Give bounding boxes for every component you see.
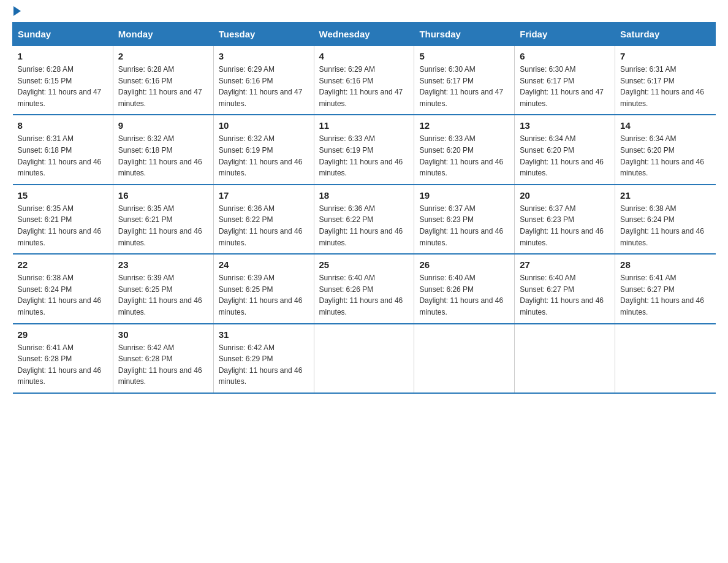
day-info: Sunrise: 6:33 AMSunset: 6:19 PMDaylight:…	[319, 133, 409, 178]
day-info: Sunrise: 6:37 AMSunset: 6:23 PMDaylight:…	[419, 203, 509, 248]
day-info: Sunrise: 6:29 AMSunset: 6:16 PMDaylight:…	[319, 64, 409, 109]
day-cell: 15 Sunrise: 6:35 AMSunset: 6:21 PMDaylig…	[13, 185, 113, 254]
day-info: Sunrise: 6:36 AMSunset: 6:22 PMDaylight:…	[319, 203, 409, 248]
day-cell: 5 Sunrise: 6:30 AMSunset: 6:17 PMDayligh…	[414, 46, 515, 115]
day-cell: 30 Sunrise: 6:42 AMSunset: 6:28 PMDaylig…	[113, 324, 213, 393]
header-thursday: Thursday	[414, 23, 515, 46]
day-number: 27	[520, 259, 610, 270]
day-info: Sunrise: 6:40 AMSunset: 6:26 PMDaylight:…	[419, 272, 509, 318]
day-info: Sunrise: 6:30 AMSunset: 6:17 PMDaylight:…	[419, 64, 509, 109]
day-info: Sunrise: 6:35 AMSunset: 6:21 PMDaylight:…	[18, 203, 108, 248]
day-number: 26	[419, 259, 509, 270]
day-number: 18	[319, 190, 409, 201]
day-number: 17	[219, 190, 309, 201]
day-number: 31	[219, 329, 309, 340]
day-number: 10	[219, 120, 309, 131]
page-header	[12, 12, 716, 16]
header-sunday: Sunday	[13, 23, 113, 46]
day-cell: 8 Sunrise: 6:31 AMSunset: 6:18 PMDayligh…	[13, 115, 113, 184]
day-info: Sunrise: 6:37 AMSunset: 6:23 PMDaylight:…	[520, 203, 610, 248]
day-info: Sunrise: 6:42 AMSunset: 6:28 PMDaylight:…	[118, 342, 208, 388]
day-number: 5	[419, 51, 509, 61]
day-cell: 22 Sunrise: 6:38 AMSunset: 6:24 PMDaylig…	[13, 254, 113, 323]
day-number: 24	[219, 259, 309, 270]
day-info: Sunrise: 6:38 AMSunset: 6:24 PMDaylight:…	[18, 272, 108, 318]
day-cell: 18 Sunrise: 6:36 AMSunset: 6:22 PMDaylig…	[314, 185, 414, 254]
day-number: 16	[118, 190, 208, 201]
day-number: 13	[520, 120, 610, 131]
week-row-4: 22 Sunrise: 6:38 AMSunset: 6:24 PMDaylig…	[13, 254, 716, 323]
day-cell	[515, 324, 615, 393]
day-info: Sunrise: 6:36 AMSunset: 6:22 PMDaylight:…	[219, 203, 309, 248]
logo	[12, 12, 21, 16]
day-info: Sunrise: 6:40 AMSunset: 6:26 PMDaylight:…	[319, 272, 409, 318]
day-number: 12	[419, 120, 509, 131]
day-number: 22	[18, 259, 108, 270]
day-cell: 10 Sunrise: 6:32 AMSunset: 6:19 PMDaylig…	[213, 115, 314, 184]
logo-arrow-icon	[13, 6, 21, 16]
day-cell: 17 Sunrise: 6:36 AMSunset: 6:22 PMDaylig…	[213, 185, 314, 254]
day-info: Sunrise: 6:32 AMSunset: 6:19 PMDaylight:…	[219, 133, 309, 178]
day-number: 14	[620, 120, 710, 131]
header-wednesday: Wednesday	[314, 23, 414, 46]
day-info: Sunrise: 6:42 AMSunset: 6:29 PMDaylight:…	[219, 342, 309, 388]
day-cell	[414, 324, 515, 393]
day-number: 11	[319, 120, 409, 131]
day-number: 7	[620, 51, 710, 61]
calendar-header-row: SundayMondayTuesdayWednesdayThursdayFrid…	[13, 23, 716, 46]
day-info: Sunrise: 6:38 AMSunset: 6:24 PMDaylight:…	[620, 203, 710, 248]
day-info: Sunrise: 6:29 AMSunset: 6:16 PMDaylight:…	[219, 64, 309, 109]
header-tuesday: Tuesday	[213, 23, 314, 46]
day-info: Sunrise: 6:39 AMSunset: 6:25 PMDaylight:…	[219, 272, 309, 318]
day-info: Sunrise: 6:34 AMSunset: 6:20 PMDaylight:…	[520, 133, 610, 178]
day-number: 30	[118, 329, 208, 340]
day-cell: 13 Sunrise: 6:34 AMSunset: 6:20 PMDaylig…	[515, 115, 615, 184]
day-cell: 12 Sunrise: 6:33 AMSunset: 6:20 PMDaylig…	[414, 115, 515, 184]
day-number: 25	[319, 259, 409, 270]
day-cell: 4 Sunrise: 6:29 AMSunset: 6:16 PMDayligh…	[314, 46, 414, 115]
week-row-1: 1 Sunrise: 6:28 AMSunset: 6:15 PMDayligh…	[13, 46, 716, 115]
day-cell: 2 Sunrise: 6:28 AMSunset: 6:16 PMDayligh…	[113, 46, 213, 115]
day-cell: 29 Sunrise: 6:41 AMSunset: 6:28 PMDaylig…	[13, 324, 113, 393]
day-info: Sunrise: 6:33 AMSunset: 6:20 PMDaylight:…	[419, 133, 509, 178]
day-info: Sunrise: 6:31 AMSunset: 6:17 PMDaylight:…	[620, 64, 710, 109]
day-info: Sunrise: 6:30 AMSunset: 6:17 PMDaylight:…	[520, 64, 610, 109]
day-info: Sunrise: 6:41 AMSunset: 6:27 PMDaylight:…	[620, 272, 710, 318]
calendar-table: SundayMondayTuesdayWednesdayThursdayFrid…	[12, 22, 716, 394]
day-cell: 23 Sunrise: 6:39 AMSunset: 6:25 PMDaylig…	[113, 254, 213, 323]
day-number: 9	[118, 120, 208, 131]
day-cell: 31 Sunrise: 6:42 AMSunset: 6:29 PMDaylig…	[213, 324, 314, 393]
week-row-2: 8 Sunrise: 6:31 AMSunset: 6:18 PMDayligh…	[13, 115, 716, 184]
day-info: Sunrise: 6:35 AMSunset: 6:21 PMDaylight:…	[118, 203, 208, 248]
day-number: 29	[18, 329, 108, 340]
day-cell: 26 Sunrise: 6:40 AMSunset: 6:26 PMDaylig…	[414, 254, 515, 323]
day-cell	[615, 324, 716, 393]
day-cell: 28 Sunrise: 6:41 AMSunset: 6:27 PMDaylig…	[615, 254, 716, 323]
day-cell: 21 Sunrise: 6:38 AMSunset: 6:24 PMDaylig…	[615, 185, 716, 254]
day-info: Sunrise: 6:34 AMSunset: 6:20 PMDaylight:…	[620, 133, 710, 178]
day-cell: 7 Sunrise: 6:31 AMSunset: 6:17 PMDayligh…	[615, 46, 716, 115]
day-cell: 6 Sunrise: 6:30 AMSunset: 6:17 PMDayligh…	[515, 46, 615, 115]
day-info: Sunrise: 6:41 AMSunset: 6:28 PMDaylight:…	[18, 342, 108, 388]
day-info: Sunrise: 6:28 AMSunset: 6:16 PMDaylight:…	[118, 64, 208, 109]
week-row-5: 29 Sunrise: 6:41 AMSunset: 6:28 PMDaylig…	[13, 324, 716, 393]
day-cell: 16 Sunrise: 6:35 AMSunset: 6:21 PMDaylig…	[113, 185, 213, 254]
day-info: Sunrise: 6:39 AMSunset: 6:25 PMDaylight:…	[118, 272, 208, 318]
header-monday: Monday	[113, 23, 213, 46]
day-number: 20	[520, 190, 610, 201]
day-cell: 3 Sunrise: 6:29 AMSunset: 6:16 PMDayligh…	[213, 46, 314, 115]
day-number: 21	[620, 190, 710, 201]
day-number: 1	[18, 51, 108, 61]
day-number: 15	[18, 190, 108, 201]
day-cell: 9 Sunrise: 6:32 AMSunset: 6:18 PMDayligh…	[113, 115, 213, 184]
day-cell	[314, 324, 414, 393]
day-info: Sunrise: 6:32 AMSunset: 6:18 PMDaylight:…	[118, 133, 208, 178]
day-number: 19	[419, 190, 509, 201]
week-row-3: 15 Sunrise: 6:35 AMSunset: 6:21 PMDaylig…	[13, 185, 716, 254]
day-cell: 24 Sunrise: 6:39 AMSunset: 6:25 PMDaylig…	[213, 254, 314, 323]
day-cell: 20 Sunrise: 6:37 AMSunset: 6:23 PMDaylig…	[515, 185, 615, 254]
day-cell: 14 Sunrise: 6:34 AMSunset: 6:20 PMDaylig…	[615, 115, 716, 184]
day-number: 4	[319, 51, 409, 61]
header-saturday: Saturday	[615, 23, 716, 46]
day-cell: 19 Sunrise: 6:37 AMSunset: 6:23 PMDaylig…	[414, 185, 515, 254]
